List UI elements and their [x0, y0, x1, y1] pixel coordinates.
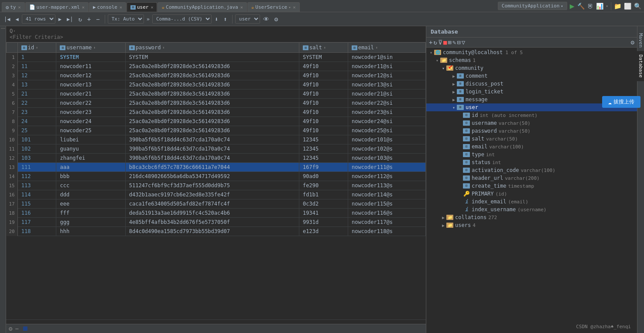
- row-number[interactable]: 6: [7, 99, 18, 108]
- filter-input[interactable]: [10, 34, 414, 40]
- tab-user-close[interactable]: ✕: [151, 5, 153, 10]
- row-salt[interactable]: 167f9: [299, 163, 348, 172]
- row-password[interactable]: SYSTEM: [125, 53, 299, 62]
- col-create-time-item[interactable]: ⊟ create_time timestamp: [426, 182, 637, 190]
- row-number[interactable]: 5: [7, 89, 18, 99]
- maven-tab[interactable]: Maven: [637, 30, 644, 51]
- row-number[interactable]: 18: [7, 209, 18, 218]
- db-edit-btn[interactable]: ✎: [452, 39, 456, 46]
- row-password[interactable]: 8d4c0d490ea1585cd7973bb55bd39d07: [125, 227, 299, 236]
- row-password[interactable]: 390ba5f6b5f18dd4c63d7cda170a0c74: [125, 154, 299, 163]
- export-btn[interactable]: ⬇: [212, 14, 220, 24]
- row-id[interactable]: 116: [17, 209, 56, 218]
- row-id[interactable]: 24: [17, 117, 56, 126]
- col-salt-item[interactable]: ⊟ salt varchar(50): [426, 135, 637, 143]
- row-password[interactable]: 25ac0a2e8bd0f28928de3c56149283d6: [125, 99, 299, 108]
- db-refresh-btn[interactable]: ↻: [433, 39, 437, 46]
- row-password[interactable]: 25ac0a2e8bd0f28928de3c56149283d6: [125, 89, 299, 99]
- table-row[interactable]: 622nowcoder2225ac0a2e8bd0f28928de3c56149…: [7, 99, 426, 108]
- nav-prev-btn[interactable]: ◀: [13, 15, 21, 24]
- table-row[interactable]: 413nowcoder1325ac0a2e8bd0f28928de3c56149…: [7, 80, 426, 89]
- db-gear-btn[interactable]: ⚙: [631, 39, 634, 46]
- row-id[interactable]: 102: [17, 144, 56, 154]
- run-button[interactable]: ▶: [570, 1, 575, 10]
- row-email[interactable]: nowcoder21@si: [348, 89, 425, 99]
- row-id[interactable]: 114: [17, 190, 56, 199]
- row-password[interactable]: 216dc48902665b6a6dba534717d49592: [125, 172, 299, 181]
- table-row[interactable]: 20118hhh8d4c0d490ea1585cd7973bb55bd39d07…: [7, 227, 426, 236]
- row-number[interactable]: 10: [7, 135, 18, 144]
- row-email[interactable]: nowcoder13@si: [348, 80, 425, 89]
- row-id[interactable]: 23: [17, 108, 56, 117]
- row-id[interactable]: 1: [17, 53, 56, 62]
- row-id[interactable]: 118: [17, 227, 56, 236]
- row-password[interactable]: caca1fe634005d505afd82ef7874fc4f: [125, 199, 299, 209]
- row-password[interactable]: 390ba5f6b5f18dd4c63d7cda170a0c74: [125, 144, 299, 154]
- row-email[interactable]: nowcoder117@s: [348, 218, 425, 227]
- users-item[interactable]: ▶ 📁 users 4: [426, 221, 637, 229]
- row-username[interactable]: bbb: [56, 172, 125, 181]
- row-number[interactable]: 3: [7, 71, 18, 80]
- row-number[interactable]: 2: [7, 62, 18, 71]
- row-username[interactable]: nowcoder11: [56, 62, 125, 71]
- row-salt[interactable]: 12345: [299, 144, 348, 154]
- row-email[interactable]: nowcoder1@sin: [348, 53, 425, 62]
- row-username[interactable]: fff: [56, 209, 125, 218]
- row-password[interactable]: 25ac0a2e8bd0f28928de3c56149283d6: [125, 80, 299, 89]
- row-id[interactable]: 101: [17, 135, 56, 144]
- col-username-item[interactable]: ⊟ username varchar(50): [426, 119, 637, 127]
- comment-table-item[interactable]: ▶ ⊞ comment: [426, 72, 637, 80]
- table-row[interactable]: 312nowcoder1225ac0a2e8bd0f28928de3c56149…: [7, 71, 426, 80]
- row-email[interactable]: nowcoder11@si: [348, 62, 425, 71]
- row-email[interactable]: nowcoder102@s: [348, 144, 425, 154]
- settings-btn[interactable]: ⚙: [272, 14, 280, 24]
- table-row[interactable]: 14112bbb216dc48902665b6a6dba534717d49592…: [7, 172, 426, 181]
- row-number[interactable]: 14: [7, 172, 18, 181]
- table-row[interactable]: 16114dddd432b1aaec9197cb6e23ed8e335fe42f…: [7, 190, 426, 199]
- table-row[interactable]: 18116fffdeda51913a3ae16d9915fc4c520ac4b6…: [7, 209, 426, 218]
- database-tab[interactable]: Database: [637, 51, 644, 81]
- col-email[interactable]: ⊞ email ⬍: [348, 43, 425, 53]
- collations-item[interactable]: ▶ 📁 collations 272: [426, 213, 637, 221]
- row-number[interactable]: 1: [7, 53, 18, 62]
- db-stop-btn[interactable]: ■: [443, 39, 447, 46]
- row-username[interactable]: ddd: [56, 190, 125, 199]
- bottom-gear-btn[interactable]: ⚙: [9, 325, 12, 332]
- table-row[interactable]: 12103zhangfei390ba5f6b5f18dd4c63d7cda170…: [7, 154, 426, 163]
- dropdown-arrow-right[interactable]: ▾: [606, 4, 608, 8]
- row-salt[interactable]: 19341: [299, 209, 348, 218]
- row-email[interactable]: nowcoder101@s: [348, 135, 425, 144]
- row-number[interactable]: 4: [7, 80, 18, 89]
- row-password[interactable]: 4e85bff4afbb34b2dd676f5e5737050f: [125, 218, 299, 227]
- row-id[interactable]: 113: [17, 181, 56, 190]
- tab-user-service-dropdown[interactable]: ▾: [288, 5, 291, 10]
- row-id[interactable]: 11: [17, 62, 56, 71]
- col-status-item[interactable]: ⊟ status int: [426, 158, 637, 166]
- primary-key-item[interactable]: 🔑 PRIMARY (id): [426, 190, 637, 198]
- row-number[interactable]: 13: [7, 163, 18, 172]
- col-id-item[interactable]: ⊟ id int (auto increment): [426, 111, 637, 119]
- tab-user-mapper-close[interactable]: ✕: [82, 5, 85, 10]
- community-item[interactable]: ▾ ↙ 📁 community: [426, 64, 637, 72]
- row-password[interactable]: d432b1aaec9197cb6e23ed8e335fe42f: [125, 190, 299, 199]
- row-salt[interactable]: 49f10: [299, 108, 348, 117]
- row-id[interactable]: 22: [17, 99, 56, 108]
- row-email[interactable]: nowcoder23@si: [348, 108, 425, 117]
- row-number[interactable]: 16: [7, 190, 18, 199]
- row-username[interactable]: SYSTEM: [56, 53, 125, 62]
- tab-user-service[interactable]: ☕ UserService ▾ ✕: [247, 2, 300, 12]
- tx-dropdown[interactable]: Tx: Auto: [108, 14, 144, 24]
- row-salt[interactable]: 49f10: [299, 71, 348, 80]
- row-salt[interactable]: 12345: [299, 154, 348, 163]
- col-password[interactable]: ⊞ password ⬍: [125, 43, 299, 53]
- connection-item[interactable]: ▾ 🌐 community@localhost 1 of 5: [426, 48, 637, 56]
- row-email[interactable]: nowcoder115@s: [348, 199, 425, 209]
- row-email[interactable]: nowcoder114@s: [348, 190, 425, 199]
- coverage-button[interactable]: ⛨: [587, 3, 593, 10]
- table-row[interactable]: 211nowcoder1125ac0a2e8bd0f28928de3c56149…: [7, 62, 426, 71]
- user-dropdown[interactable]: user: [235, 14, 260, 24]
- row-username[interactable]: ggg: [56, 218, 125, 227]
- row-username[interactable]: zhangfei: [56, 154, 125, 163]
- add-row-btn[interactable]: +: [85, 14, 93, 24]
- row-email[interactable]: nowcoder25@si: [348, 126, 425, 135]
